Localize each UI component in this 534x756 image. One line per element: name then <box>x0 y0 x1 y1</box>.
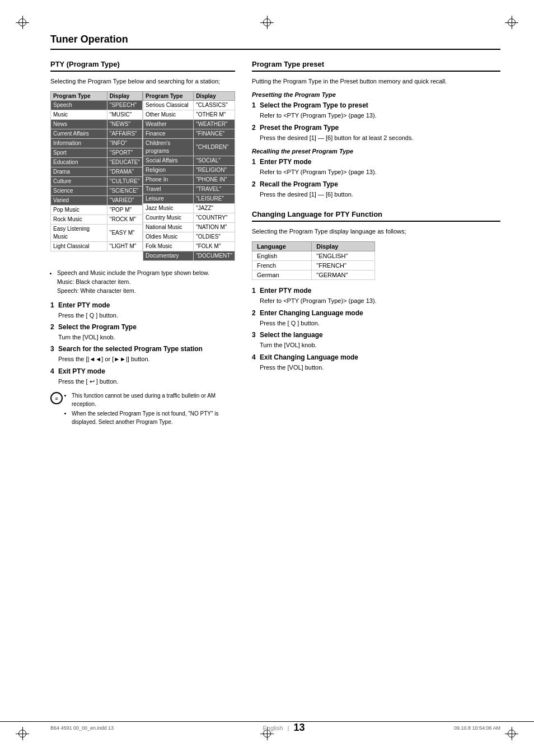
pty-caution-box: ≡ This function cannot be used during a … <box>50 391 235 427</box>
table-row: Social Affairs"SOCIAL" <box>143 156 235 166</box>
table-row: Travel"TRAVEL" <box>143 185 235 194</box>
pty-notes: Speech and Music include the Program typ… <box>50 269 235 295</box>
table-row: German"GERMAN" <box>252 270 375 280</box>
table-row: Oldies Music"OLDIES" <box>143 232 235 242</box>
caution-2: When the selected Program Type is not fo… <box>72 409 235 426</box>
presetting-title: Presetting the Program Type <box>252 91 500 98</box>
recalling-steps: 1 Enter PTY mode Refer to <PTY (Program … <box>252 158 500 199</box>
table-row: Rock Music"ROCK M" <box>51 215 143 225</box>
pty-table-left: Program Type Display Speech"SPEECH"Music… <box>50 91 143 261</box>
recall-step-1: 1 Enter PTY mode Refer to <PTY (Program … <box>252 158 500 176</box>
preset-step-2: 2 Preset the Program Type Press the desi… <box>252 124 500 142</box>
table-row: English"ENGLISH" <box>252 251 375 261</box>
table-row: Pop Music"POP M" <box>51 206 143 215</box>
table-row: National Music"NATION M" <box>143 223 235 232</box>
table-row: Serious Classical"CLASSICS" <box>143 101 235 110</box>
pty-table: Program Type Display Speech"SPEECH"Music… <box>50 91 235 261</box>
recall-step-2: 2 Recall the Program Type Press the desi… <box>252 180 500 199</box>
pty-caution-list: This function cannot be used during a tr… <box>65 391 235 427</box>
table-row: French"FRENCH" <box>252 261 375 270</box>
table-row: News"NEWS" <box>51 120 143 129</box>
col-program-type-1: Program Type <box>51 92 107 101</box>
table-row: Drama"DRAMA" <box>51 167 143 177</box>
table-row: Speech"SPEECH" <box>51 101 143 110</box>
table-row: Religion"RELIGION" <box>143 166 235 175</box>
table-row: Current Affairs"AFFAIRS" <box>51 129 143 139</box>
table-row: Varied"VARIED" <box>51 196 143 206</box>
footer-page-info: English | 13 <box>263 722 305 734</box>
pty-step-3: 3 Search for the selected Program Type s… <box>50 345 235 363</box>
footer-page-num: 13 <box>293 722 305 734</box>
table-row: Science"SCIENCE" <box>51 186 143 196</box>
table-row: Easy Listening Music"EASY M" <box>51 225 143 242</box>
recalling-title: Recalling the preset Program Type <box>252 148 500 155</box>
pty-section: PTY (Program Type) Selecting the Program… <box>50 60 235 427</box>
language-section: Changing Language for PTY Function Selec… <box>252 210 500 372</box>
preset-section: Program Type preset Putting the Program … <box>252 60 500 199</box>
table-row: Phone In"PHONE IN" <box>143 175 235 185</box>
language-table: Language Display English"ENGLISH"French"… <box>252 241 375 280</box>
lang-step-2: 2 Enter Changing Language mode Press the… <box>252 309 500 328</box>
pty-step-4: 4 Exit PTY mode Press the [ ↩ ] button. <box>50 367 235 386</box>
preset-section-title: Program Type preset <box>252 60 500 72</box>
caution-1: This function cannot be used during a tr… <box>72 391 235 408</box>
footer-timestamp: 09.10.8 10:54:06 AM <box>454 725 500 731</box>
language-steps: 1 Enter PTY mode Refer to <PTY (Program … <box>252 287 500 372</box>
lang-step-3: 3 Select the language Turn the [VOL] kno… <box>252 331 500 349</box>
table-row: Other Music"OTHER M" <box>143 110 235 120</box>
col-display-1: Display <box>107 92 142 101</box>
pty-step-1: 1 Enter PTY mode Press the [ Q ] button. <box>50 301 235 320</box>
language-section-desc: Selecting the Program Type display langu… <box>252 227 500 236</box>
table-row: Jazz Music"JAZZ" <box>143 204 235 213</box>
pty-section-title: PTY (Program Type) <box>50 60 235 72</box>
table-row: Information"INFO" <box>51 139 143 148</box>
table-row: Education"EDUCATE" <box>51 158 143 167</box>
table-row: Culture"CULTURE" <box>51 177 143 186</box>
table-row: Country Music"COUNTRY" <box>143 213 235 223</box>
note-item-1: Speech and Music include the Program typ… <box>57 269 235 295</box>
footer-lang: English <box>263 725 283 731</box>
table-row: Leisure"LEISURE" <box>143 194 235 204</box>
pty-step-2: 2 Select the Program Type Turn the [VOL]… <box>50 323 235 342</box>
pty-steps: 1 Enter PTY mode Press the [ Q ] button.… <box>50 301 235 386</box>
table-row: Sport"SPORT" <box>51 148 143 158</box>
pty-table-right: Program Type Display Serious Classical"C… <box>143 91 235 261</box>
preset-section-desc: Putting the Program Type in the Preset b… <box>252 77 500 86</box>
footer-file: B64 4591 00_00_en.indd 13 <box>50 725 114 731</box>
col-program-type-2: Program Type <box>143 92 194 101</box>
table-row: Light Classical"LIGHT M" <box>51 242 143 251</box>
preset-step-1: 1 Select the Program Type to preset Refe… <box>252 101 500 120</box>
page-title: Tuner Operation <box>50 34 500 50</box>
lang-step-1: 1 Enter PTY mode Refer to <PTY (Program … <box>252 287 500 305</box>
table-row: Finance"FINANCE" <box>143 129 235 139</box>
table-row: Documentary"DOCUMENT" <box>143 251 235 261</box>
lang-col-header: Language <box>252 242 312 251</box>
language-section-title: Changing Language for PTY Function <box>252 210 500 222</box>
presetting-steps: 1 Select the Program Type to preset Refe… <box>252 101 500 142</box>
footer: B64 4591 00_00_en.indd 13 English | 13 0… <box>0 721 534 734</box>
note-icon: ≡ <box>50 392 63 404</box>
lang-step-4: 4 Exit Changing Language mode Press the … <box>252 353 500 372</box>
display-col-header: Display <box>312 242 375 251</box>
table-row: Weather"WEATHER" <box>143 120 235 129</box>
table-row: Folk Music"FOLK M" <box>143 242 235 251</box>
pty-section-desc: Selecting the Program Type below and sea… <box>50 77 235 86</box>
table-row: Music"MUSIC" <box>51 110 143 120</box>
table-row: Children's programs"CHILDREN" <box>143 139 235 156</box>
col-display-2: Display <box>194 92 235 101</box>
